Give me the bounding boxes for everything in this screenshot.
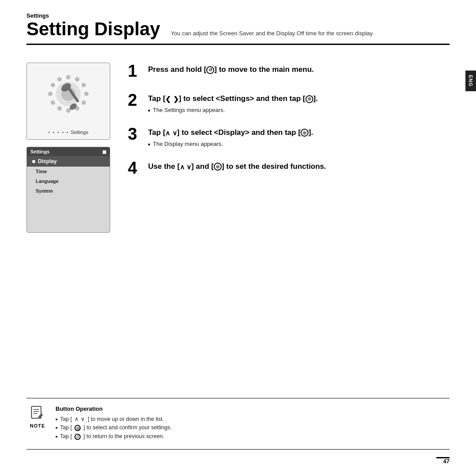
menu-bar-icon: ▦ [102,149,106,154]
device-illustration-2: Settings ▦ Display Time Language System [26,147,110,233]
step-3-content: Tap [∧ ∨] to select <Display> and then t… [148,126,450,147]
step-1-number: 1 [128,63,142,79]
page-title: Setting Display [26,20,160,38]
menu-time-label: Time [36,169,47,174]
up-down-arrows-icon: ∧ ∨ [165,129,177,137]
menu-system-label: System [36,188,53,193]
back-icon: ↺ [206,66,214,74]
note-item-3: Tap [↺] to return to the previous screen… [56,433,450,440]
device-illustration-1: • • • • • Settings [26,63,110,140]
menu-language-label: Language [36,178,59,184]
note-section: NOTE Button Operation Tap [∧ ∨] to move … [26,398,450,450]
page-subtitle: You can adjust the Screen Saver and the … [171,30,374,37]
device-dots: • • • • • [48,130,69,135]
confirm-icon: ◎ [305,95,313,103]
note-item-2: Tap [◎] to select and confirm your setti… [56,424,450,431]
svg-point-11 [57,77,62,82]
note-icon-area: NOTE [26,405,48,428]
step-1: 1 Press and hold [↺] to move to the main… [128,63,450,79]
svg-point-4 [82,100,86,105]
step-3-text: Tap [∧ ∨] to select <Display> and then t… [148,127,450,138]
menu-header-title: Settings [30,149,49,154]
header-row: Setting Display You can adjust the Scree… [26,20,450,38]
note-content: Button Operation Tap [∧ ∨] to move up or… [56,405,450,443]
step-4: 4 Use the [∧ ∨] and [◎] to set the desir… [128,160,450,176]
note-item-1: Tap [∧ ∨] to move up or down in the list… [56,416,450,422]
confirm-icon-2: ◎ [301,129,309,137]
note-inner: NOTE Button Operation Tap [∧ ∨] to move … [26,405,450,443]
step-4-text: Use the [∧ ∨] and [◎] to set the desired… [148,161,450,172]
step-4-content: Use the [∧ ∨] and [◎] to set the desired… [148,160,450,172]
confirm-icon-3: ◎ [214,163,222,171]
device-1-text: Settings [71,130,88,135]
steps-column: 1 Press and hold [↺] to move to the main… [128,63,450,233]
svg-point-3 [84,92,89,96]
device-column: • • • • • Settings Settings ▦ Display Ti… [26,63,110,233]
svg-point-10 [51,83,55,87]
svg-point-8 [51,100,55,105]
svg-point-0 [66,75,71,79]
note-label: NOTE [30,423,45,428]
page-number: 47 [443,458,450,465]
svg-point-1 [75,77,79,82]
step-2-content: Tap [❮ ❯] to select <Settings> and then … [148,92,450,113]
note-title: Button Operation [56,405,450,412]
menu-item-display: Display [27,156,110,167]
step-1-text: Press and hold [↺] to move to the main m… [148,64,450,75]
menu-item-language: Language [27,176,110,186]
confirm-icon-note: ◎ [74,425,81,431]
svg-point-2 [82,83,86,87]
language-tab: ENG [465,71,476,91]
menu-item-time: Time [27,167,110,176]
main-content: • • • • • Settings Settings ▦ Display Ti… [0,45,476,233]
step-2-number: 2 [128,92,142,108]
step-3-number: 3 [128,126,142,142]
gear-icon [44,72,93,122]
back-icon-note: ↺ [74,434,81,440]
note-icon [30,405,45,421]
svg-point-9 [48,92,52,96]
header: Settings Setting Display You can adjust … [0,0,476,38]
left-right-arrows-icon: ❮ ❯ [165,95,178,103]
step-2-text: Tap [❮ ❯] to select <Settings> and then … [148,93,450,104]
menu-header-bar: Settings ▦ [27,147,110,156]
step-1-content: Press and hold [↺] to move to the main m… [148,63,450,75]
svg-point-7 [57,106,62,111]
up-down-arrows-icon-2: ∧ ∨ [180,163,191,171]
step-3: 3 Tap [∧ ∨] to select <Display> and then… [128,126,450,147]
step-2: 2 Tap [❮ ❯] to select <Settings> and the… [128,92,450,113]
svg-point-6 [66,108,71,113]
menu-active-dot [32,160,35,163]
menu-item-system: System [27,186,110,196]
step-2-note: The Settings menu appears. [148,107,450,113]
step-3-note: The Display menu appears. [148,141,450,147]
menu-display-label: Display [38,158,57,164]
settings-label: Settings [26,12,450,19]
step-4-number: 4 [128,160,142,176]
device-1-label: • • • • • Settings [48,130,88,135]
